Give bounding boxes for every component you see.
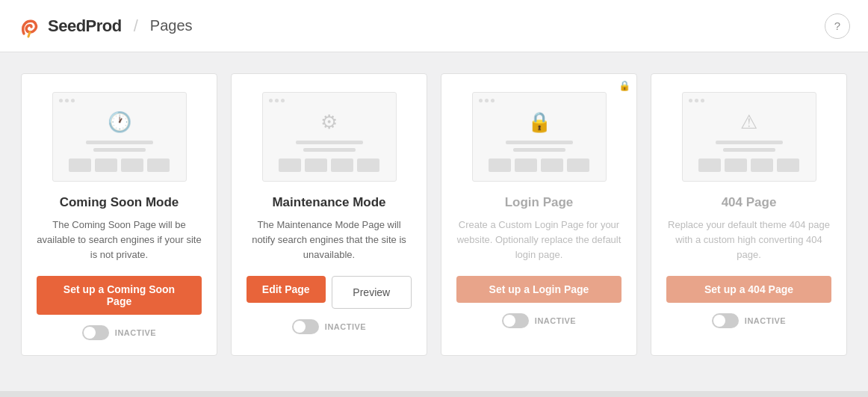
seedprod-logo-icon	[18, 14, 42, 38]
thumb-blocks	[69, 159, 170, 172]
card-coming-soon-desc: The Coming Soon Page will be available t…	[37, 218, 202, 262]
thumb-icon: 🔒	[527, 111, 551, 134]
card-login-desc: Create a Custom Login Page for your webs…	[456, 218, 621, 262]
thumb-body: 🕐	[59, 107, 180, 175]
thumb-block	[305, 159, 327, 172]
card-login-footer: INACTIVE	[502, 313, 576, 328]
main-content: 🕐 Coming Soon ModeThe Coming Soon Page w…	[0, 52, 868, 377]
card-maintenance-status: INACTIVE	[325, 322, 366, 331]
card-maintenance-toggle[interactable]	[292, 319, 319, 334]
thumb-dot	[479, 99, 483, 102]
card-maintenance-title: Maintenance Mode	[272, 195, 385, 210]
thumb-dot	[695, 99, 698, 102]
thumb-block	[777, 159, 799, 172]
thumb-topbar	[689, 99, 810, 102]
thumb-dot	[71, 99, 75, 102]
thumb-dot	[689, 99, 692, 102]
thumb-block	[515, 159, 537, 172]
card-coming-soon-toggle[interactable]	[82, 325, 109, 340]
card-maintenance: ⚙ Maintenance ModeThe Maintenance Mode P…	[231, 73, 427, 356]
card-404-thumbnail: ⚠	[682, 92, 816, 182]
thumb-body: 🔒	[479, 107, 600, 175]
card-coming-soon: 🕐 Coming Soon ModeThe Coming Soon Page w…	[21, 73, 217, 356]
thumb-block	[698, 159, 721, 172]
thumb-dot	[269, 99, 273, 102]
card-maintenance-thumbnail: ⚙	[262, 92, 397, 182]
card-login-toggle[interactable]	[502, 313, 529, 328]
thumb-block	[567, 159, 589, 172]
card-coming-soon-thumbnail: 🕐	[52, 92, 187, 182]
thumb-line	[513, 148, 565, 152]
card-404-toggle[interactable]	[712, 313, 739, 328]
thumb-line	[86, 141, 153, 144]
thumb-block	[279, 159, 301, 172]
card-login-primary-btn[interactable]: Set up a Login Page	[456, 276, 621, 303]
thumb-block	[751, 159, 773, 172]
card-404-primary-btn[interactable]: Set up a 404 Page	[666, 276, 831, 303]
thumb-dot	[491, 99, 495, 102]
card-maintenance-preview-btn[interactable]: Preview	[332, 276, 412, 309]
app-header: SeedProd / Pages ?	[0, 0, 868, 52]
thumb-block	[489, 159, 511, 172]
card-maintenance-primary-btn[interactable]: Edit Page	[247, 276, 326, 303]
horizontal-scrollbar[interactable]	[0, 391, 868, 397]
thumb-block	[725, 159, 747, 172]
thumb-blocks	[489, 159, 589, 172]
card-404-desc: Replace your default theme 404 page with…	[666, 218, 831, 262]
thumb-blocks	[698, 159, 799, 172]
header-divider: /	[134, 16, 138, 36]
thumb-line	[506, 141, 573, 144]
thumb-block	[147, 159, 170, 172]
thumb-topbar	[479, 99, 600, 102]
page-title: Pages	[150, 17, 193, 34]
help-button[interactable]: ?	[825, 13, 850, 39]
card-coming-soon-title: Coming Soon Mode	[60, 195, 179, 210]
card-404-status: INACTIVE	[745, 316, 786, 325]
card-coming-soon-primary-btn[interactable]: Set up a Coming Soon Page	[37, 276, 202, 315]
thumb-line	[303, 148, 356, 152]
thumb-dot	[275, 99, 279, 102]
logo: SeedProd	[18, 14, 122, 38]
card-maintenance-desc: The Maintenance Mode Page will notify se…	[247, 218, 412, 262]
card-coming-soon-footer: INACTIVE	[82, 325, 156, 340]
thumb-line	[723, 148, 775, 152]
header-left: SeedProd / Pages	[18, 14, 193, 38]
cards-grid: 🕐 Coming Soon ModeThe Coming Soon Page w…	[21, 73, 847, 356]
logo-text: SeedProd	[48, 16, 122, 36]
thumb-block	[331, 159, 353, 172]
thumb-icon: ⚙	[320, 111, 338, 134]
thumb-block	[95, 159, 117, 172]
thumb-topbar	[59, 99, 180, 102]
card-404: ⚠ 404 PageReplace your default theme 404…	[651, 73, 847, 356]
thumb-body: ⚙	[269, 107, 390, 175]
lock-icon: 🔒	[619, 80, 630, 91]
thumb-dot	[59, 99, 63, 102]
thumb-block	[357, 159, 379, 172]
card-maintenance-actions: Edit PagePreview	[247, 276, 412, 309]
thumb-block	[69, 159, 91, 172]
thumb-icon: 🕐	[108, 111, 131, 134]
thumb-topbar	[269, 99, 390, 102]
thumb-dot	[485, 99, 489, 102]
thumb-block	[121, 159, 143, 172]
card-maintenance-footer: INACTIVE	[292, 319, 366, 334]
thumb-line	[296, 141, 363, 144]
thumb-body: ⚠	[689, 107, 810, 175]
card-login: 🔒 🔒 Login PageCreate a Custom Login Page…	[441, 73, 637, 356]
card-404-title: 404 Page	[722, 195, 777, 210]
thumb-dot	[281, 99, 285, 102]
thumb-dot	[65, 99, 69, 102]
thumb-icon: ⚠	[740, 111, 757, 134]
thumb-blocks	[279, 159, 379, 172]
thumb-block	[541, 159, 563, 172]
card-login-thumbnail: 🔒	[472, 92, 607, 182]
thumb-line	[716, 141, 783, 144]
thumb-dot	[701, 99, 704, 102]
card-login-title: Login Page	[505, 195, 574, 210]
card-coming-soon-status: INACTIVE	[115, 328, 156, 337]
card-login-status: INACTIVE	[535, 316, 576, 325]
card-404-footer: INACTIVE	[712, 313, 786, 328]
thumb-line	[93, 148, 146, 152]
